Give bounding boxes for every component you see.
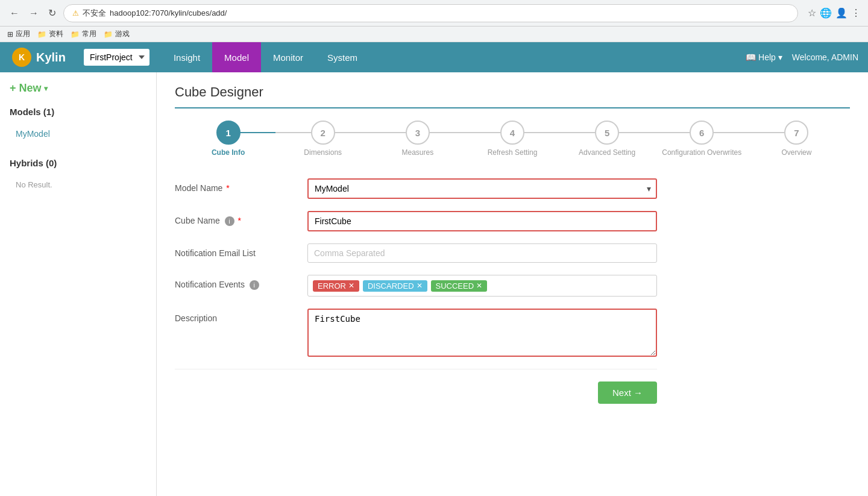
notification-events-input[interactable]: ERROR ✕ DISCARDED ✕ SUCCEED ✕ <box>307 275 657 297</box>
main-content: Cube Designer 1 Cube Info 2 Dimensions <box>157 72 868 496</box>
model-name-row: Model Name * MyModel ▾ <box>175 178 657 199</box>
cube-name-info-icon[interactable]: i <box>225 216 234 226</box>
models-section: Models (1) MyModel <box>10 107 146 143</box>
step-5[interactable]: 5 Advanced Setting <box>560 121 655 157</box>
bookmark-data[interactable]: 📁 资料 <box>37 29 63 39</box>
step-2-circle: 2 <box>311 121 335 145</box>
tag-error-remove[interactable]: ✕ <box>348 282 354 289</box>
bookmark-common[interactable]: 📁 常用 <box>71 29 96 39</box>
tag-succeed-remove[interactable]: ✕ <box>476 282 482 289</box>
nav-model[interactable]: Model <box>212 42 261 72</box>
nav-monitor[interactable]: Monitor <box>261 42 315 72</box>
tag-discarded-remove[interactable]: ✕ <box>417 282 423 289</box>
cube-name-required: * <box>237 216 241 225</box>
logo-icon: K <box>12 48 31 67</box>
step-3-circle: 3 <box>406 121 430 145</box>
step-6[interactable]: 6 Configuration Overwrites <box>655 121 749 157</box>
warning-text: 不安全 <box>83 8 106 19</box>
tag-succeed: SUCCEED ✕ <box>431 280 488 292</box>
app-name: Kylin <box>36 51 66 64</box>
cube-name-input[interactable] <box>307 211 657 231</box>
reload-button[interactable]: ↻ <box>46 5 58 21</box>
new-button-caret: ▾ <box>44 84 48 93</box>
app-header-right: 📖 Help ▾ Welcome, ADMIN <box>746 52 868 62</box>
hybrids-title: Hybrids (0) <box>10 158 146 168</box>
hybrids-empty: No Result. <box>10 175 146 194</box>
notification-events-info-icon[interactable]: i <box>250 280 259 290</box>
bookmark-games[interactable]: 📁 游戏 <box>104 29 130 39</box>
bookmarks-bar: ⊞ 应用 📁 资料 📁 常用 📁 游戏 <box>0 27 868 42</box>
step-1[interactable]: 1 Cube Info <box>181 121 275 157</box>
translate-button[interactable]: 🌐 <box>820 7 832 19</box>
step-3-label: Measures <box>402 148 434 157</box>
notification-email-input[interactable] <box>307 243 657 263</box>
models-title: Models (1) <box>10 107 146 117</box>
step-1-label: Cube Info <box>212 148 245 157</box>
hybrids-section: Hybrids (0) No Result. <box>10 158 146 194</box>
step-2[interactable]: 2 Dimensions <box>275 121 370 157</box>
step-6-circle: 6 <box>690 121 714 145</box>
forward-button[interactable]: → <box>27 5 41 21</box>
new-button[interactable]: + New ▾ <box>10 82 146 95</box>
step-7[interactable]: 7 Overview <box>749 121 844 157</box>
tag-error: ERROR ✕ <box>313 280 359 292</box>
notification-email-label: Notification Email List <box>175 243 295 258</box>
address-bar[interactable]: ⚠ 不安全 hadoop102:7070/kylin/cubes/add/ <box>63 4 798 22</box>
step-5-label: Advanced Setting <box>579 148 635 157</box>
model-name-select[interactable]: MyModel <box>307 178 657 199</box>
stepper: 1 Cube Info 2 Dimensions 3 Measures <box>175 121 850 157</box>
browser-chrome: ← → ↻ ⚠ 不安全 hadoop102:7070/kylin/cubes/a… <box>0 0 868 27</box>
form-divider <box>175 369 657 369</box>
description-row: Description FirstCube <box>175 309 657 357</box>
security-warning-icon: ⚠ <box>72 9 79 17</box>
url-text: hadoop102:7070/kylin/cubes/add/ <box>110 8 227 17</box>
menu-button[interactable]: ⋮ <box>851 7 861 19</box>
step-2-label: Dimensions <box>304 148 342 157</box>
app-header: K Kylin FirstProject Insight Model Monit… <box>0 42 868 72</box>
sidebar: + New ▾ Models (1) MyModel Hybrids (0) N… <box>0 72 157 496</box>
step-7-label: Overview <box>781 148 811 157</box>
nav-insight[interactable]: Insight <box>162 42 212 72</box>
action-bar: Next → <box>175 381 657 404</box>
step-3[interactable]: 3 Measures <box>370 121 465 157</box>
profile-button[interactable]: 👤 <box>835 7 848 19</box>
cube-name-row: Cube Name i * <box>175 211 657 231</box>
notification-email-row: Notification Email List <box>175 243 657 263</box>
cube-info-form: Model Name * MyModel ▾ Cube Name i * <box>175 178 657 404</box>
cube-name-label: Cube Name i * <box>175 211 295 226</box>
bookmark-apps[interactable]: ⊞ 应用 <box>7 29 30 39</box>
notification-events-label: Notification Events i <box>175 275 295 290</box>
help-button[interactable]: 📖 Help ▾ <box>746 52 782 62</box>
step-5-circle: 5 <box>595 121 619 145</box>
cube-designer-title: Cube Designer <box>175 84 850 108</box>
sidebar-item-mymodel[interactable]: MyModel <box>10 124 146 143</box>
model-name-select-wrapper: MyModel ▾ <box>307 178 657 199</box>
bookmark-button[interactable]: ☆ <box>808 7 816 19</box>
back-button[interactable]: ← <box>7 5 22 21</box>
user-welcome: Welcome, ADMIN <box>792 52 858 62</box>
step-7-circle: 7 <box>784 121 808 145</box>
description-textarea[interactable]: FirstCube <box>307 309 657 357</box>
step-4[interactable]: 4 Refresh Setting <box>465 121 559 157</box>
notification-events-row: Notification Events i ERROR ✕ DISCARDED … <box>175 275 657 297</box>
tag-discarded: DISCARDED ✕ <box>363 280 427 292</box>
step-4-circle: 4 <box>500 121 524 145</box>
step-6-label: Configuration Overwrites <box>662 148 741 157</box>
model-name-required: * <box>226 183 229 193</box>
app-logo: K Kylin <box>0 48 78 67</box>
model-name-label: Model Name * <box>175 178 295 193</box>
project-selector[interactable]: FirstProject <box>84 49 149 66</box>
main-layout: + New ▾ Models (1) MyModel Hybrids (0) N… <box>0 72 868 496</box>
description-label: Description <box>175 309 295 323</box>
step-4-label: Refresh Setting <box>488 148 538 157</box>
nav-system[interactable]: System <box>315 42 370 72</box>
next-button[interactable]: Next → <box>598 381 657 404</box>
app-nav: Insight Model Monitor System <box>162 42 370 72</box>
browser-actions: ☆ 🌐 👤 ⋮ <box>808 7 861 19</box>
step-1-circle: 1 <box>216 121 241 145</box>
